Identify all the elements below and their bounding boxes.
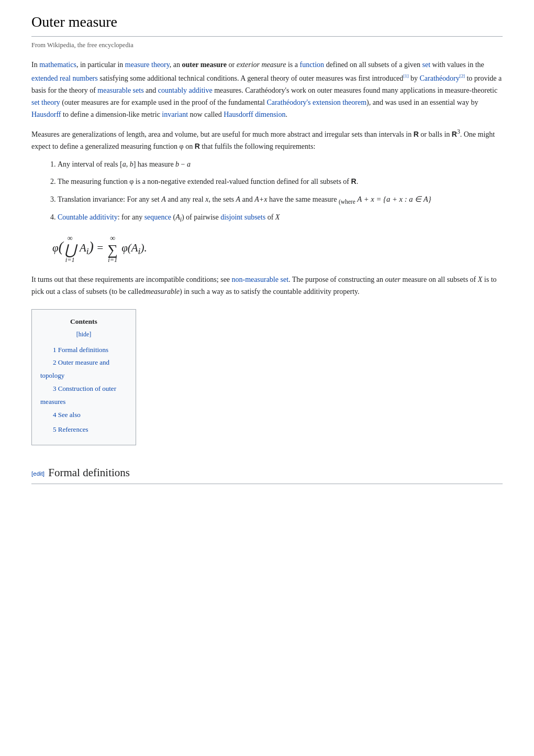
link-hausdorff[interactable]: Hausdorff (31, 111, 61, 118)
requirements-list: Any interval of reals [a, b] has measure… (58, 159, 503, 225)
contents-item-2: 2 Outer measure and (40, 357, 127, 368)
list-item-3: Translation invariance: For any set A an… (58, 193, 503, 206)
link-countable-additivity[interactable]: Countable additivity (58, 213, 118, 221)
block-formula: φ( ∞ ⋃ i=1 Ai) = ∞ ∑ i=1 φ(Ai). (52, 234, 503, 264)
intro-paragraph-1: In mathematics, in particular in measure… (31, 59, 503, 120)
page-title: Outer measure (31, 10, 503, 37)
link-caratheodory-extension[interactable]: Carathéodory's extension theorem (266, 98, 366, 106)
link-measurable-sets[interactable]: measurable sets (97, 86, 143, 94)
contents-list: 1 Formal definitions 2 Outer measure and… (40, 345, 127, 436)
edit-formal-link[interactable]: edit (33, 470, 43, 477)
contents-item-3b: measures (40, 397, 127, 408)
link-sequence[interactable]: sequence (144, 213, 171, 221)
link-set[interactable]: set (422, 61, 431, 69)
contents-title: Contents (40, 316, 127, 327)
contents-item-3: 3 Construction of outer (40, 384, 127, 395)
link-measure-theory[interactable]: measure theory (125, 61, 170, 69)
link-mathematics[interactable]: mathematics (39, 61, 76, 69)
list-item-2: The measuring function φ is a non-negati… (58, 176, 503, 188)
contents-link-3[interactable]: 3 Construction of outer (53, 385, 116, 392)
list-item-4: Countable additivity: for any sequence (… (58, 212, 503, 225)
from-wikipedia-label: From Wikipedia, the free encyclopedia (31, 40, 503, 50)
link-extended-real[interactable]: extended real numbers (31, 74, 98, 82)
contents-link-4[interactable]: 4 See also (53, 411, 81, 419)
link-hausdorff-dim[interactable]: Hausdorff dimension (224, 111, 285, 118)
ref-1[interactable]: [1] (403, 73, 408, 79)
contents-item-5: 5 References (40, 424, 127, 435)
contents-item-2b: topology (40, 370, 127, 381)
contents-box: Contents [hide] 1 Formal definitions 2 O… (31, 309, 136, 445)
main-content: In mathematics, in particular in measure… (31, 59, 503, 484)
section-title-formal: Formal definitions (48, 466, 130, 479)
link-non-measurable[interactable]: non-measurable set (232, 276, 288, 283)
edit-link-formal: [edit] (31, 470, 46, 477)
contents-link-3b[interactable]: measures (40, 398, 65, 406)
intro-paragraph-2: Measures are generalizations of length, … (31, 127, 503, 152)
intro-paragraph-3: It turns out that these requirements are… (31, 273, 503, 298)
link-set-theory[interactable]: set theory (31, 98, 60, 106)
contents-item-1: 1 Formal definitions (40, 345, 127, 356)
contents-link-5[interactable]: 5 References (53, 425, 88, 433)
link-invariant[interactable]: invariant (162, 111, 188, 118)
contents-hide: [hide] (40, 330, 127, 339)
section-heading-formal: [edit] Formal definitions (31, 464, 503, 484)
contents-link-1[interactable]: 1 Formal definitions (53, 346, 108, 354)
contents-hide-link[interactable]: [hide] (76, 331, 92, 338)
link-caratheodory[interactable]: Carathéodory (420, 74, 460, 82)
page-wrapper: Outer measure From Wikipedia, the free e… (16, 0, 518, 509)
list-item-1: Any interval of reals [a, b] has measure… (58, 159, 503, 170)
link-function[interactable]: function (299, 61, 324, 69)
contents-item-4: 4 See also (40, 410, 127, 421)
link-countably-additive[interactable]: countably additive (158, 86, 213, 94)
contents-link-2[interactable]: 2 Outer measure and (53, 358, 109, 366)
link-disjoint-subsets[interactable]: disjoint subsets (220, 213, 265, 221)
ref-2[interactable]: [2] (460, 73, 465, 79)
contents-link-2b[interactable]: topology (40, 371, 64, 379)
